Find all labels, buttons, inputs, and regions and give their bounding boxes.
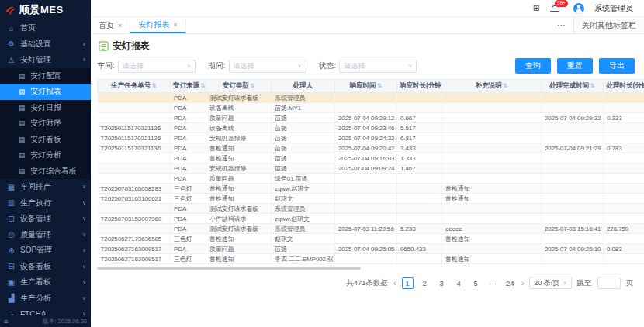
- page-button-4[interactable]: 4: [453, 277, 465, 289]
- table-row[interactable]: T20250115170321136PDA首检通知苗扬2025-07-04 09…: [98, 143, 644, 153]
- table-row[interactable]: PDA测试安灯请求看板系统管理员: [98, 93, 644, 103]
- avatar[interactable]: [573, 3, 584, 14]
- bell-icon[interactable]: 99+: [550, 4, 559, 13]
- sort-icon[interactable]: ⇅: [503, 82, 507, 89]
- table-cell: 苗扬: [272, 153, 335, 164]
- sidebar-item-home[interactable]: ⌂首页: [0, 20, 91, 36]
- table-row[interactable]: PDA测试安灯请求看板系统管理员: [98, 204, 644, 214]
- workshop-select[interactable]: 请选择∨: [118, 60, 196, 73]
- column-header-task-no[interactable]: 生产任务单号⇅: [98, 80, 171, 93]
- close-tab-icon[interactable]: ×: [118, 22, 122, 29]
- sidebar-item-label: 安灯管理: [20, 54, 51, 65]
- column-header-finish-time[interactable]: 处理完成时间⇅: [542, 80, 604, 93]
- jump-page-input[interactable]: [597, 277, 621, 289]
- table-cell: 三色灯: [171, 254, 206, 264]
- sidebar-item-workshop-scheduling[interactable]: ▦车间排产∨: [0, 179, 91, 195]
- column-header-response-time[interactable]: 响应时间⇅: [335, 80, 397, 93]
- table-row[interactable]: PDA首检通知苗扬2025-07-04 09:16:031.333: [98, 153, 644, 164]
- sidebar-item-andon-config[interactable]: ▤安灯配置: [0, 68, 91, 84]
- table-cell: 0.333: [604, 113, 644, 123]
- table-cell: 首检通知: [206, 254, 272, 264]
- column-header-remark[interactable]: 补充说明⇅: [442, 80, 542, 93]
- sort-icon[interactable]: ⇅: [250, 82, 254, 89]
- sort-icon[interactable]: ⇅: [377, 82, 382, 89]
- close-tab-icon[interactable]: ×: [173, 21, 177, 29]
- topbar: ⊞ 99+ 系统管理员: [91, 0, 644, 17]
- prev-page-icon[interactable]: ‹: [393, 278, 396, 287]
- page-button-3[interactable]: 3: [436, 277, 448, 289]
- reset-button[interactable]: 重置: [557, 58, 593, 74]
- table-cell: [397, 254, 442, 264]
- user-name[interactable]: 系统管理员: [594, 3, 633, 14]
- table-cell: 0.667: [397, 113, 442, 123]
- production-board-icon: ▣: [7, 278, 16, 287]
- table-cell: [604, 204, 644, 214]
- table-cell: [604, 234, 644, 244]
- page-button-1[interactable]: 1: [402, 277, 414, 289]
- page-button-24[interactable]: 24: [504, 277, 516, 289]
- sidebar-item-production-analysis[interactable]: ▟生产分析∨: [0, 291, 91, 307]
- tab-andon-report[interactable]: 安灯报表×: [130, 17, 185, 33]
- sidebar-item-andon-board[interactable]: ▤安灯看板: [0, 132, 91, 148]
- table-cell: [604, 194, 644, 204]
- sidebar-item-quality-management[interactable]: ◎质量管理∨: [0, 227, 91, 243]
- period-select[interactable]: 请选择∨: [229, 60, 306, 73]
- page-button-2[interactable]: 2: [419, 277, 431, 289]
- sidebar-item-production-execution[interactable]: ▥生产执行∨: [0, 195, 91, 212]
- table-row[interactable]: T20250115170321136PDA设备离线苗扬2025-07-04 09…: [98, 123, 644, 133]
- close-other-tabs-button[interactable]: 关闭其他标签栏: [573, 17, 644, 33]
- table-row[interactable]: T20250627173636585三色灯首检通知赵琪文首检通知: [98, 234, 644, 244]
- sidebar-item-andon-overview-board[interactable]: ▤安灯综合看板: [0, 164, 91, 180]
- collapse-sidebar-icon[interactable]: ≡: [4, 318, 8, 325]
- table-cell: 2025-07-04 09:21:29: [542, 143, 604, 153]
- sort-icon[interactable]: ⇅: [151, 82, 156, 89]
- sort-icon[interactable]: ⇅: [590, 82, 594, 89]
- next-page-icon[interactable]: ›: [521, 278, 525, 287]
- tab-home[interactable]: 首页×: [91, 17, 130, 33]
- sidebar-item-sop-management[interactable]: ⊕SOP管理∨: [0, 243, 91, 259]
- sidebar-item-andon-daily[interactable]: ▤安灯日报: [0, 100, 91, 116]
- table-cell: 小件缺料请求: [206, 214, 272, 224]
- sidebar-item-clipped-item[interactable]: ☁FTCHA∨: [0, 306, 91, 315]
- table-cell: 三色灯: [171, 194, 206, 204]
- table-cell: [604, 103, 644, 113]
- column-header-response-duration[interactable]: 响应时长(分钟)⇅: [397, 80, 442, 93]
- table-row[interactable]: T20250703165058283三色灯首检通知zqww.赵琪文首检通知: [98, 184, 644, 194]
- sidebar-item-production-board[interactable]: ▣生产看板∨: [0, 274, 91, 291]
- table-row[interactable]: T20250703153007960PDA小件缺料请求zqww.赵琪文: [98, 214, 644, 224]
- sidebar-item-equipment-management[interactable]: ⊡设备管理∨: [0, 211, 91, 227]
- table-row[interactable]: PDA设备离线苗扬.MY1: [98, 103, 644, 113]
- scrollbar-thumb[interactable]: [97, 267, 361, 270]
- sidebar-item-andon-timeline[interactable]: ▤安灯时序: [0, 115, 91, 132]
- table-row[interactable]: PDA测试安灯请求看板系统管理员2025-07-03 11:29:565.233…: [98, 224, 644, 234]
- chevron-down-icon: ∨: [82, 263, 86, 270]
- page-size-select[interactable]: 20 条/页 ∨: [529, 277, 571, 289]
- sidebar-item-device-board[interactable]: ⊟设备看板∨: [0, 259, 91, 275]
- table-cell: 安规机器报修: [206, 164, 272, 174]
- table-cell: 2025-07-04 09:16:03: [335, 153, 397, 164]
- table-row[interactable]: PDA质量问题绿色01.苗扬: [98, 174, 644, 184]
- table-row[interactable]: PDA质量问题苗扬2025-07-04 09:29:120.6672025-07…: [98, 113, 644, 123]
- sidebar-item-andon-management[interactable]: ⚠安灯管理∧: [0, 52, 91, 68]
- more-tabs-icon[interactable]: ⋯: [549, 17, 573, 33]
- page-ellipsis: ···: [487, 277, 499, 289]
- sidebar-item-basic-settings[interactable]: ⚙基础设置∨: [0, 36, 91, 53]
- table-cell: [442, 113, 542, 123]
- status-select[interactable]: 请选择∨: [339, 60, 417, 73]
- table-row[interactable]: T20250627163009517PDA质量问题苗扬2025-07-04 09…: [98, 244, 644, 254]
- sidebar-item-andon-report[interactable]: ▤安灯报表: [0, 84, 91, 100]
- table-row[interactable]: PDA安规机器报修苗扬2025-07-04 09:09:241.467: [98, 164, 644, 174]
- sidebar-item-andon-analysis[interactable]: ▤安灯分析: [0, 147, 91, 164]
- sort-icon[interactable]: ⇅: [200, 82, 205, 89]
- page-button-5[interactable]: 5: [470, 277, 482, 289]
- qr-code-icon[interactable]: ⊞: [533, 4, 540, 12]
- column-header-handler: 处理人: [272, 80, 335, 93]
- export-button[interactable]: 导出: [599, 58, 635, 74]
- column-header-source[interactable]: 安灯来源⇅: [171, 80, 206, 93]
- query-button[interactable]: 查询: [515, 58, 551, 74]
- table-row[interactable]: T20250703163106621三色灯首检通知赵琪文首检通知: [98, 194, 644, 204]
- column-header-type[interactable]: 安灯类型⇅: [206, 80, 272, 93]
- table-row[interactable]: T20250627163009517三色灯首检通知李四.二二.EMP002.张主…: [98, 254, 644, 264]
- table-row[interactable]: T20250115170321136PDA安规机器报修苗扬2025-07-04 …: [98, 133, 644, 143]
- column-header-handle-duration[interactable]: 处理时长(分钟)⇅: [604, 80, 644, 93]
